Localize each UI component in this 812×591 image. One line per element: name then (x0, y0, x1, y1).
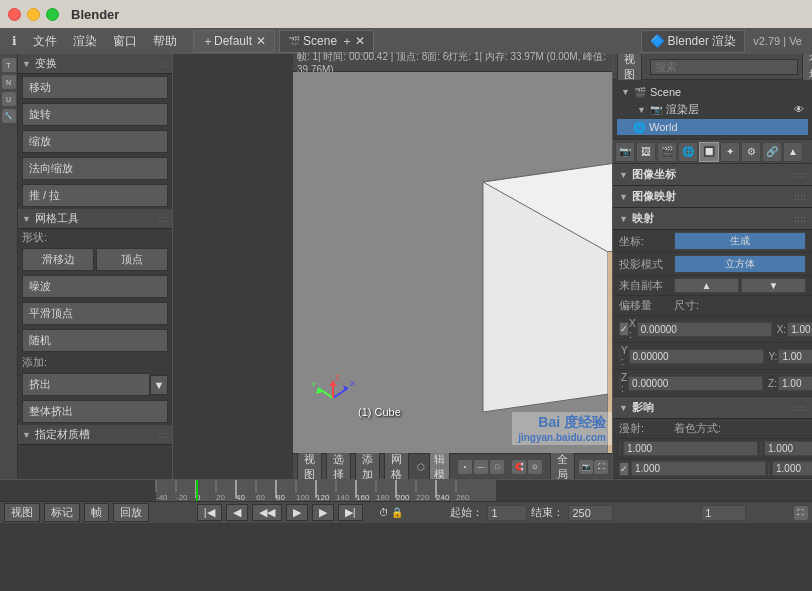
texture-prop-btn[interactable]: 🔲 (699, 142, 719, 162)
materials-label: 指定材质槽 (35, 427, 90, 442)
tl-mark-btn[interactable]: 标记 (44, 503, 80, 522)
x-size-field[interactable] (787, 322, 812, 337)
svg-text:160: 160 (356, 493, 370, 502)
camera-prop-btn[interactable]: 📷 (615, 142, 635, 162)
transform-section[interactable]: 变换 :::: (18, 54, 172, 74)
particle-prop-btn[interactable]: ✦ (720, 142, 740, 162)
3d-cube-svg (423, 152, 612, 453)
diff-val4[interactable] (772, 461, 812, 476)
scale-btn[interactable]: 缩放 (22, 130, 168, 153)
svg-line-21 (318, 388, 333, 398)
search-input[interactable] (650, 59, 798, 75)
tl-frame-btn[interactable]: 帧 (84, 503, 109, 522)
tl-view-btn[interactable]: 视图 (4, 503, 40, 522)
diff-val3[interactable] (631, 461, 766, 476)
data-prop-btn[interactable]: ▲ (783, 142, 803, 162)
normal-scale-btn[interactable]: 法向缩放 (22, 157, 168, 180)
offset-label: 偏移量 (619, 298, 674, 313)
extrude-region-btn[interactable]: 整体挤出 (22, 400, 168, 423)
vp-icon-face[interactable]: □ (490, 460, 504, 474)
end-frame-input[interactable] (568, 505, 613, 521)
vert-icon-4[interactable]: 🔧 (2, 109, 16, 123)
vp-icon-edge[interactable]: — (474, 460, 488, 474)
reverse-play-btn[interactable]: ◀◀ (252, 504, 282, 521)
texture-coords-header[interactable]: 图像坐标 :::: (613, 164, 812, 186)
play-btn[interactable]: ▶ (286, 504, 308, 521)
maximize-button[interactable] (46, 8, 59, 21)
projection-row: 投影模式 立方体 (613, 253, 812, 276)
smooth-vertex-btn[interactable]: 平滑顶点 (22, 302, 168, 325)
world-prop-btn[interactable]: 🌐 (678, 142, 698, 162)
y-offset-field[interactable] (629, 349, 764, 364)
x-checkbox[interactable] (619, 322, 629, 336)
step-back-btn[interactable]: ◀ (226, 504, 248, 521)
x-offset-field[interactable] (637, 322, 772, 337)
render-engine-icon: 🔷 (650, 34, 665, 48)
world-item[interactable]: 🌐 World (617, 119, 808, 135)
push-pull-btn[interactable]: 推 / 拉 (22, 184, 168, 207)
scene-tab-add[interactable]: ＋ (341, 33, 353, 50)
workspace-close-icon[interactable]: ✕ (256, 34, 266, 48)
render-engine-tab[interactable]: 🔷 Blender 渲染 (641, 30, 746, 53)
vp-snap-icon[interactable]: 🧲 (512, 460, 526, 474)
step-fwd-btn[interactable]: ▶ (312, 504, 334, 521)
z-size-field[interactable] (778, 376, 812, 391)
diff-cb2[interactable] (760, 442, 762, 456)
vert-icon-1[interactable]: T (2, 58, 16, 72)
menu-file[interactable]: 文件 (25, 31, 65, 52)
vp-fullscreen-icon[interactable]: ⛶ (594, 460, 608, 474)
vp-camera-icon[interactable]: 📷 (579, 460, 593, 474)
tl-playback-btn[interactable]: 回放 (113, 503, 149, 522)
render-prop-btn[interactable]: 🖼 (636, 142, 656, 162)
diff-cb1[interactable] (619, 442, 621, 456)
from-dupe-btn1[interactable]: ▲ (674, 278, 739, 293)
mapping-label: 映射 (632, 211, 654, 226)
timeline-footer: 视图 标记 帧 回放 |◀ ◀ ◀◀ ▶ ▶ ▶| ⏱ 🔒 起始： 结束： ⛶ (0, 501, 812, 523)
from-dupe-btn2[interactable]: ▼ (741, 278, 806, 293)
vert-icon-3[interactable]: U (2, 92, 16, 106)
vertex-btn[interactable]: 顶点 (96, 248, 168, 271)
timeline-expand-icon[interactable]: ⛶ (794, 506, 808, 520)
close-button[interactable] (8, 8, 21, 21)
rotate-btn[interactable]: 旋转 (22, 103, 168, 126)
image-mapping-label: 图像映射 (632, 189, 676, 204)
start-frame-input[interactable] (487, 505, 527, 521)
jump-end-btn[interactable]: ▶| (338, 504, 363, 521)
extrude-arrow-btn[interactable]: ▼ (150, 375, 168, 395)
current-frame-input[interactable] (701, 505, 746, 521)
influence-header[interactable]: 影响 :::: (613, 397, 812, 419)
noise-btn[interactable]: 噪波 (22, 275, 168, 298)
random-btn[interactable]: 随机 (22, 329, 168, 352)
materials-section[interactable]: 指定材质槽 :::: (18, 425, 172, 445)
scene-item[interactable]: ▼ 🎬 Scene (617, 84, 808, 100)
mapping-header[interactable]: 映射 :::: (613, 208, 812, 230)
vp-icon-vertex[interactable]: • (458, 460, 472, 474)
render-layers-item[interactable]: ▼ 📷 渲染层 👁 (617, 100, 808, 119)
diff-val1[interactable] (623, 441, 758, 456)
coord-value[interactable]: 生成 (674, 232, 806, 250)
move-btn[interactable]: 移动 (22, 76, 168, 99)
minimize-button[interactable] (27, 8, 40, 21)
jump-start-btn[interactable]: |◀ (197, 504, 222, 521)
projection-value[interactable]: 立方体 (674, 255, 806, 273)
workspace-tab[interactable]: ＋ Default ✕ (193, 30, 275, 53)
scene-tab-close[interactable]: ✕ (355, 34, 365, 48)
menu-window[interactable]: 窗口 (105, 31, 145, 52)
constraint-prop-btn[interactable]: 🔗 (762, 142, 782, 162)
extrude-btn[interactable]: 挤出 (22, 373, 150, 396)
diff-cb4[interactable] (768, 462, 770, 476)
vert-icon-2[interactable]: N (2, 75, 16, 89)
menu-help[interactable]: 帮助 (145, 31, 185, 52)
physics-prop-btn[interactable]: ⚙ (741, 142, 761, 162)
vp-proportional-icon[interactable]: ⊙ (528, 460, 542, 474)
diff-val2[interactable] (764, 441, 812, 456)
slide-edge-btn[interactable]: 滑移边 (22, 248, 94, 271)
y-size-field[interactable] (778, 349, 812, 364)
mesh-tools-section[interactable]: 网格工具 :::: (18, 209, 172, 229)
diff-cb3[interactable] (619, 462, 629, 476)
timeline-ruler[interactable]: -40 -20 0 20 40 60 80 100 120 140 (0, 479, 812, 501)
scene-prop-btn[interactable]: 🎬 (657, 142, 677, 162)
menu-render[interactable]: 渲染 (65, 31, 105, 52)
z-offset-field[interactable] (628, 376, 763, 391)
image-mapping-header[interactable]: 图像映射 :::: (613, 186, 812, 208)
